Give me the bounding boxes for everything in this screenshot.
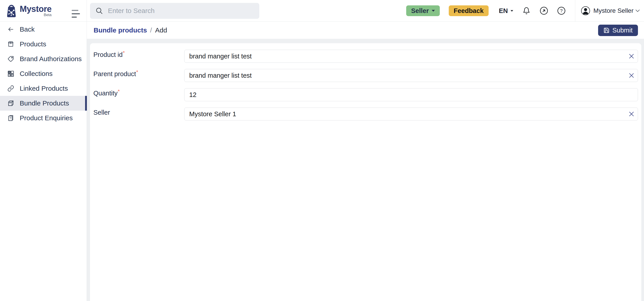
logo-text: Mystore Beta xyxy=(20,4,52,17)
form-row-parent-product: Parent product* xyxy=(94,69,638,82)
sidebar: Mystore Beta Back xyxy=(0,0,87,301)
form-card: Product id* Parent product* xyxy=(90,43,641,301)
form-row-product-id: Product id* xyxy=(94,50,638,63)
help-circle-icon[interactable]: ? xyxy=(557,6,566,15)
sidebar-item-label: Back xyxy=(20,26,35,33)
field-label-text: Product id xyxy=(94,51,123,58)
sidebar-item-label: Products xyxy=(20,40,46,48)
product-id-input-wrap xyxy=(184,50,638,63)
language-dropdown[interactable]: EN xyxy=(499,7,513,14)
breadcrumb-separator: / xyxy=(150,26,152,34)
sidebar-item-label: Linked Products xyxy=(20,85,68,92)
quantity-input[interactable] xyxy=(184,88,638,101)
form-row-quantity: Quantity* xyxy=(94,88,638,101)
sidebar-item-collections[interactable]: Collections xyxy=(0,66,87,81)
submit-button[interactable]: Submit xyxy=(598,25,638,36)
external-link-circle-icon[interactable] xyxy=(540,6,548,15)
search-icon xyxy=(96,7,103,14)
field-label-seller: Seller xyxy=(94,108,184,120)
parent-product-input[interactable] xyxy=(184,69,638,82)
sidebar-header: Mystore Beta xyxy=(0,0,87,22)
clear-icon[interactable] xyxy=(628,53,635,60)
page-bar: Bundle products / Add Submit xyxy=(87,22,644,39)
quantity-input-wrap xyxy=(184,88,638,101)
caret-down-icon xyxy=(432,10,435,12)
seller-input[interactable] xyxy=(184,108,638,120)
field-label-text: Seller xyxy=(94,109,110,116)
search-box[interactable] xyxy=(90,3,259,19)
field-label-text: Quantity xyxy=(94,90,118,97)
product-box-icon xyxy=(8,41,14,48)
language-label: EN xyxy=(499,7,508,14)
seller-input-wrap xyxy=(184,108,638,120)
brand-tag-icon xyxy=(8,56,14,62)
sidebar-nav: Back Products xyxy=(0,22,87,126)
app-root: Mystore Beta Back xyxy=(0,0,644,301)
enquiry-pages-icon: ? xyxy=(8,115,14,122)
feedback-button[interactable]: Feedback xyxy=(449,6,488,16)
clear-icon[interactable] xyxy=(628,111,635,117)
top-header: Seller Feedback EN xyxy=(87,0,644,22)
logo-name: Mystore xyxy=(20,4,52,14)
content-area: Product id* Parent product* xyxy=(87,39,644,301)
notifications-bell-icon[interactable] xyxy=(523,7,530,14)
breadcrumb-link-bundle-products[interactable]: Bundle products xyxy=(94,26,147,34)
seller-dropdown-button[interactable]: Seller xyxy=(406,6,440,16)
avatar xyxy=(581,6,590,15)
bundle-cube-icon xyxy=(8,100,14,106)
breadcrumb: Bundle products / Add xyxy=(94,26,167,34)
seller-dropdown-label: Seller xyxy=(411,7,429,14)
field-label-product-id: Product id* xyxy=(94,50,184,63)
sidebar-item-back[interactable]: Back xyxy=(0,22,87,37)
svg-text:?: ? xyxy=(560,8,563,13)
header-divider xyxy=(575,0,575,22)
sidebar-item-label: Collections xyxy=(20,70,52,78)
product-id-input[interactable] xyxy=(184,50,638,63)
sidebar-item-products[interactable]: Products xyxy=(0,37,87,52)
shopping-bag-network-icon xyxy=(6,4,17,18)
svg-text:?: ? xyxy=(10,116,11,120)
arrow-left-icon xyxy=(8,26,14,33)
required-marker: * xyxy=(118,88,120,94)
user-name: Mystore Seller xyxy=(594,7,634,14)
chevron-down-icon xyxy=(636,10,640,12)
required-marker: * xyxy=(136,69,138,75)
collections-grid-icon xyxy=(8,70,14,77)
sidebar-item-label: Brand Authorizations xyxy=(20,55,82,63)
hamburger-menu-icon[interactable] xyxy=(72,10,80,18)
submit-label: Submit xyxy=(612,27,632,34)
sidebar-item-linked-products[interactable]: Linked Products xyxy=(0,81,87,96)
main-area: Seller Feedback EN xyxy=(87,0,644,301)
field-label-quantity: Quantity* xyxy=(94,88,184,101)
sidebar-item-brand-authorizations[interactable]: Brand Authorizations xyxy=(0,52,87,66)
form-row-seller: Seller xyxy=(94,108,638,120)
required-marker: * xyxy=(123,50,125,56)
caret-down-icon xyxy=(510,10,513,12)
user-menu[interactable]: Mystore Seller xyxy=(581,6,640,15)
field-label-text: Parent product xyxy=(94,70,136,78)
breadcrumb-current: Add xyxy=(155,26,167,34)
sidebar-item-label: Product Enquiries xyxy=(20,114,73,122)
search-input[interactable] xyxy=(108,7,254,14)
parent-product-input-wrap xyxy=(184,69,638,82)
header-actions: Seller Feedback EN xyxy=(406,0,640,22)
sidebar-item-bundle-products[interactable]: Bundle Products xyxy=(0,96,87,111)
sidebar-item-product-enquiries[interactable]: ? Product Enquiries xyxy=(0,111,87,126)
sidebar-item-label: Bundle Products xyxy=(20,100,69,107)
logo[interactable]: Mystore Beta xyxy=(6,4,52,18)
logo-beta-tag: Beta xyxy=(44,13,52,17)
field-label-parent-product: Parent product* xyxy=(94,69,184,82)
chain-link-icon xyxy=(8,85,14,92)
save-icon xyxy=(604,27,610,33)
clear-icon[interactable] xyxy=(628,72,635,79)
